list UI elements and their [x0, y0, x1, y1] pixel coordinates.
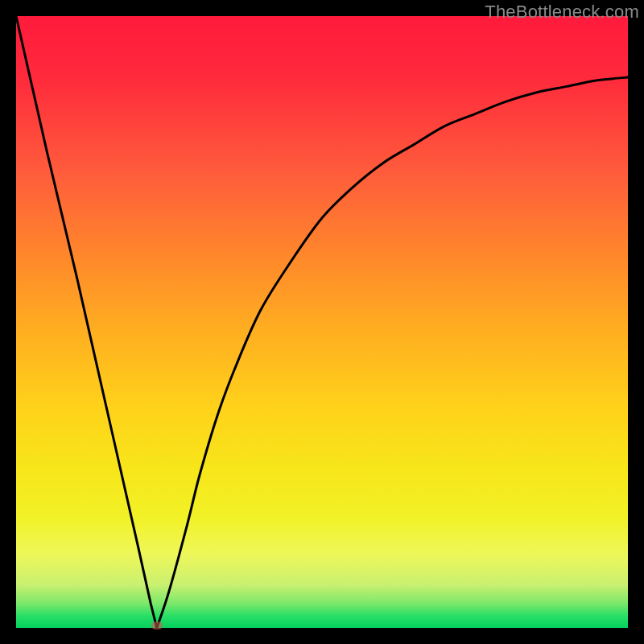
minimum-marker — [151, 621, 163, 630]
chart-frame: TheBottleneck.com — [0, 0, 644, 644]
plot-area — [16, 16, 628, 628]
watermark-text: TheBottleneck.com — [485, 2, 639, 23]
